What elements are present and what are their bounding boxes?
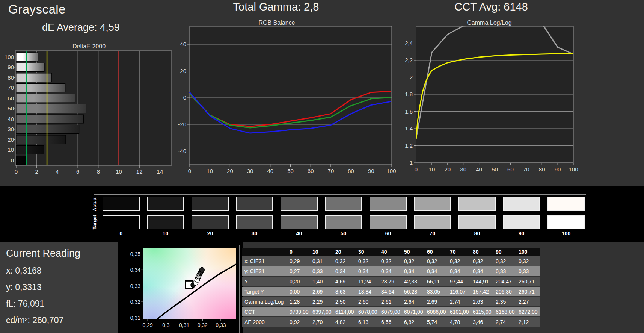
axis-tick-label: 0 xyxy=(188,168,191,174)
axis-tick-label: 8 xyxy=(97,168,100,175)
table-cell: 2,61 xyxy=(380,297,403,306)
axis-tick-label: 10 xyxy=(116,168,122,175)
table-cell: 1,28 xyxy=(288,297,311,306)
table-cell: 260,71 xyxy=(517,277,540,286)
table-cell: 0,33 xyxy=(494,266,517,276)
delta-e-bar-90 xyxy=(16,63,44,72)
cct-avg-value: CCT Avg: 6148 xyxy=(398,1,584,13)
actual-swatch-60 xyxy=(370,197,407,211)
table-cell: 204,47 xyxy=(494,277,517,286)
table-cell: 2,70 xyxy=(311,317,334,327)
swatch-level-label: 30 xyxy=(236,230,273,236)
table-cell: 4,78 xyxy=(448,317,471,327)
delta-e-bar-20 xyxy=(16,135,66,144)
table-cell: 157,42 xyxy=(471,287,494,296)
gamma-loglog-chart: Gamma Log/Log2,42,221,81,61,41,210102030… xyxy=(398,18,644,176)
axis-tick-label: 0,35 xyxy=(130,251,140,257)
column-header-80: 80 xyxy=(471,248,494,256)
axis-tick-label: 70 xyxy=(328,168,334,174)
table-cell: 144,91 xyxy=(471,277,494,286)
table-cell: 5,74 xyxy=(425,317,448,327)
cie-diagram: 0,350,340,330,320,310,290,30,310,320,33 xyxy=(127,245,239,333)
de-average-value: dE Average: 4,59 xyxy=(42,22,120,33)
table-cell: 2,27 xyxy=(517,297,540,306)
cie-diagram-panel: 0,350,340,330,320,310,290,30,310,320,33 xyxy=(127,245,240,333)
table-cell: 66,11 xyxy=(425,277,448,286)
axis-tick-label: 70 xyxy=(8,85,14,91)
table-cell: 0,32 xyxy=(334,256,357,266)
row-label: CCT xyxy=(242,307,288,316)
axis-tick-label: 20 xyxy=(227,168,233,174)
axis-tick-label: 0,32 xyxy=(130,299,140,305)
column-header-50: 50 xyxy=(403,248,425,256)
axis-tick-label: 80 xyxy=(8,74,14,81)
axis-tick-label: 50 xyxy=(492,166,498,173)
axis-tick-label: 4 xyxy=(56,168,59,175)
table-cell: 0,34 xyxy=(471,266,494,276)
table-cell: 2,12 xyxy=(517,317,540,327)
table-cell: 11,24 xyxy=(357,277,380,286)
axis-tick-label: 80 xyxy=(539,166,545,173)
table-row: Gamma Log/Log1,282,292,502,602,612,642,6… xyxy=(242,297,540,306)
actual-swatch-30 xyxy=(236,197,273,211)
axis-tick-label: 2 xyxy=(410,74,413,80)
axis-tick-label: 20 xyxy=(444,166,451,173)
axis-tick-label: 40 xyxy=(476,166,482,173)
target-swatch-90 xyxy=(503,215,540,229)
delta-e-chart-subtitle: DeltaE 2000 xyxy=(72,43,106,50)
table-cell: 0,32 xyxy=(494,256,517,266)
table-cell: 2,74 xyxy=(448,297,471,306)
swatch-level-label: 60 xyxy=(370,230,407,236)
table-cell: 0,34 xyxy=(380,266,403,276)
table-cell: 0,32 xyxy=(517,256,540,266)
plot-frame xyxy=(190,26,392,164)
table-cell: 6272,00 xyxy=(517,307,540,316)
table-cell: 0,92 xyxy=(288,317,311,327)
table-cell: 9739,00 xyxy=(288,307,311,316)
table-cell: 6079,00 xyxy=(380,307,403,316)
delta-e-bar-70 xyxy=(16,84,65,92)
actual-swatch-0 xyxy=(103,197,140,211)
table-cell: 206,30 xyxy=(494,287,517,296)
table-cell: 2,29 xyxy=(311,297,334,306)
axis-tick-label: 10 xyxy=(207,168,213,174)
table-cell: 0,34 xyxy=(403,266,425,276)
delta-e-bar-30 xyxy=(16,125,79,134)
axis-tick-label: 6 xyxy=(76,168,79,175)
table-cell: 0,32 xyxy=(380,256,403,266)
target-swatch-10 xyxy=(147,215,184,229)
row-label: Target Y xyxy=(242,287,288,296)
table-cell: 0,33 xyxy=(517,266,540,276)
axis-tick-label: 40 xyxy=(8,116,14,122)
table-cell: 6114,00 xyxy=(334,307,357,316)
table-cell: 42,33 xyxy=(403,277,425,286)
table-cell: 260,71 xyxy=(517,287,540,296)
axis-tick-label: 20 xyxy=(8,136,14,143)
axis-tick-label: 1,2 xyxy=(405,142,413,149)
table-cell: 0,34 xyxy=(357,266,380,276)
table-cell: 2,60 xyxy=(357,297,380,306)
axis-tick-label: 0,32 xyxy=(198,322,208,328)
target-swatch-40 xyxy=(281,215,318,229)
row-label: y: CIE31 xyxy=(242,266,288,276)
table-cell: 83,05 xyxy=(425,287,448,296)
table-cell: 2,64 xyxy=(403,297,425,306)
delta-e-bar-chart: DeltaE 200002468101214100908070605040302… xyxy=(0,39,175,178)
table-cell: 0,27 xyxy=(288,266,311,276)
table-row: CCT9739,006397,006114,006078,006079,0060… xyxy=(242,307,540,316)
table-cell: 2,50 xyxy=(334,297,357,306)
actual-swatch-50 xyxy=(325,197,362,211)
swatch-level-label: 80 xyxy=(458,230,496,236)
axis-tick-label: 60 xyxy=(507,166,514,173)
table-cell: 0,32 xyxy=(403,256,425,266)
column-header-60: 60 xyxy=(425,248,448,256)
actual-swatch-20 xyxy=(192,197,229,211)
column-header-0: 0 xyxy=(288,248,311,256)
target-swatch-20 xyxy=(192,215,229,229)
table-cell: 1,40 xyxy=(311,277,334,286)
column-header-40: 40 xyxy=(380,248,403,256)
swatch-level-label: 20 xyxy=(192,230,229,236)
chart-gamma-subtitle: Gamma Log/Log xyxy=(467,20,511,26)
axis-tick-label: 100 xyxy=(569,166,578,173)
actual-swatch-90 xyxy=(503,197,540,211)
